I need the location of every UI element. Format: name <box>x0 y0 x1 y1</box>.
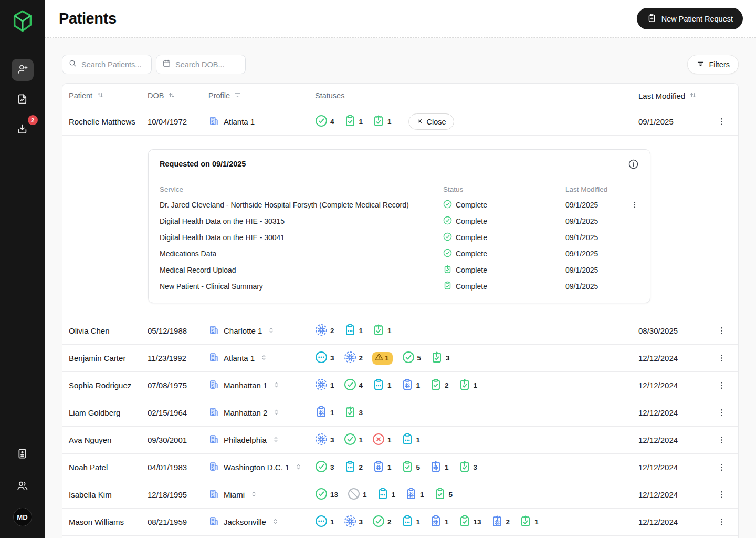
profile-label: Manhattan 2 <box>224 408 267 417</box>
service-status: Complete <box>443 216 565 226</box>
profile-selector-icon[interactable] <box>267 326 276 336</box>
service-name: Medical Record Upload <box>160 266 443 274</box>
service-menu-button[interactable] <box>629 199 640 211</box>
column-header-last-modified[interactable]: Last Modified <box>631 91 711 101</box>
profile-selector-icon[interactable] <box>249 490 258 500</box>
profile-cell[interactable]: Manhattan 1 <box>208 379 315 391</box>
close-label: Close <box>427 118 446 126</box>
status-count: 1 <box>392 491 396 499</box>
close-icon <box>416 118 423 126</box>
profile-cell[interactable]: Manhattan 2 <box>208 407 315 419</box>
status-count: 3 <box>474 463 478 471</box>
patient-row[interactable]: Olivia Chen 05/12/1988 Charlotte 1 211 0… <box>62 317 738 344</box>
status-item: 3 <box>315 351 334 365</box>
statuses-cell: 32153 <box>315 351 631 365</box>
check-circle-icon <box>443 232 452 243</box>
building-icon <box>208 352 219 364</box>
patient-row[interactable]: Isabella Kim 12/18/1995 Miami 131115 12/… <box>62 481 738 508</box>
table-body: Rochelle Matthews 10/04/1972 Atlanta 1 4… <box>62 108 738 538</box>
column-header-profile[interactable]: Profile <box>208 91 315 100</box>
row-menu-button[interactable] <box>714 378 729 393</box>
service-status: Complete <box>443 200 565 210</box>
check-circle-icon <box>344 433 356 447</box>
patient-row[interactable]: Ava Nguyen 09/30/2001 Philadelphia 3111 … <box>62 426 738 453</box>
column-header-dob[interactable]: DOB <box>148 91 208 101</box>
info-icon[interactable] <box>626 157 640 171</box>
status-item: 1 <box>372 378 392 392</box>
row-menu-button[interactable] <box>714 433 729 448</box>
gear-processing-icon <box>344 351 356 365</box>
user-avatar[interactable]: MD <box>13 508 32 526</box>
clipboard-gear-upload-icon <box>491 515 503 529</box>
app-logo[interactable] <box>10 9 35 33</box>
sidebar-item-downloads[interactable]: 2 <box>12 119 34 141</box>
status-count: 2 <box>359 354 363 362</box>
status-item: 2 <box>344 460 363 474</box>
row-menu-button[interactable] <box>714 406 729 420</box>
sidebar-item-team[interactable] <box>12 475 34 498</box>
row-menu-button[interactable] <box>714 460 729 475</box>
close-expanded-button[interactable]: Close <box>408 113 454 130</box>
profile-cell[interactable]: Jacksonville <box>208 516 315 528</box>
status-count: 2 <box>387 518 392 526</box>
patient-row[interactable]: Benjamin Carter 11/23/1992 Atlanta 1 321… <box>62 344 738 371</box>
row-menu-button[interactable] <box>714 351 729 366</box>
sidebar-item-reports[interactable] <box>12 89 34 111</box>
profile-cell[interactable]: Atlanta 1 <box>208 352 315 364</box>
expanded-request-section: Requested on 09/1/2025 Service Status La… <box>62 135 738 317</box>
search-patients-box <box>62 55 152 74</box>
profile-cell[interactable]: Washington D.C. 1 <box>208 461 315 473</box>
search-dob-box <box>156 55 246 74</box>
profile-selector-icon[interactable] <box>271 435 280 446</box>
profile-selector-icon[interactable] <box>272 408 281 418</box>
patient-row[interactable]: Sophia Rodriguez 07/08/1975 Manhattan 1 … <box>62 371 738 399</box>
service-row: Medical Record Upload Complete 09/1/2025 <box>160 262 639 278</box>
profile-cell[interactable]: Philadelphia <box>208 434 315 446</box>
row-menu-button[interactable] <box>714 324 729 338</box>
patient-dob: 12/18/1995 <box>148 490 208 499</box>
profile-selector-icon[interactable] <box>294 462 303 473</box>
building-icon <box>208 489 219 501</box>
patient-row[interactable]: Noah Patel 04/01/1983 Washington D.C. 1 … <box>62 453 738 481</box>
statuses-cell: 211 <box>315 324 631 338</box>
service-table-header: Service Status Last Modified <box>160 179 639 196</box>
row-menu-button[interactable] <box>714 515 729 530</box>
patient-dob: 07/08/1975 <box>148 381 208 390</box>
new-patient-request-button[interactable]: New Patient Request <box>637 8 743 29</box>
building-icon <box>208 407 219 419</box>
search-dob-input[interactable] <box>175 60 239 69</box>
service-row: Digital Health Data on the HIE - 30315 C… <box>160 213 639 229</box>
row-menu-button[interactable] <box>714 115 729 129</box>
last-modified: 12/12/2024 <box>631 463 711 472</box>
status-item: 1 <box>401 433 421 447</box>
patient-name: Liam Goldberg <box>69 408 148 417</box>
patient-dob: 10/04/1972 <box>148 117 208 126</box>
filter-icon <box>696 59 705 70</box>
search-patients-input[interactable] <box>81 60 145 69</box>
status-item: 1 <box>405 488 424 502</box>
status-item: 1 <box>372 433 392 447</box>
status-item: 1 <box>315 515 334 529</box>
status-item: 1 <box>344 433 363 447</box>
profile-cell[interactable]: Miami <box>208 489 315 501</box>
profile-selector-icon[interactable] <box>271 517 280 527</box>
patient-row-partial[interactable] <box>62 535 738 538</box>
profile-cell[interactable]: Charlotte 1 <box>208 325 315 337</box>
sidebar-item-patients[interactable] <box>12 59 34 81</box>
gear-processing-icon <box>315 433 328 447</box>
service-name: Digital Health Data on the HIE - 30041 <box>160 233 443 242</box>
row-menu-button[interactable] <box>714 488 729 502</box>
filters-button[interactable]: Filters <box>687 55 739 74</box>
profile-selector-icon[interactable] <box>272 380 281 391</box>
patient-row[interactable]: Liam Goldberg 02/15/1964 Manhattan 2 13 … <box>62 399 738 426</box>
profile-selector-icon[interactable] <box>259 353 268 364</box>
clipboard-gear-icon <box>405 488 417 502</box>
patient-row[interactable]: Mason Williams 08/21/1959 Jacksonville 1… <box>62 508 738 535</box>
sidebar-item-facilities[interactable] <box>12 443 34 465</box>
column-header-patient[interactable]: Patient <box>69 91 148 101</box>
status-count: 2 <box>330 327 334 335</box>
clipboard-dots-icon <box>344 324 356 338</box>
status-col-header: Status <box>443 185 565 193</box>
building-icon <box>208 116 219 128</box>
patient-row[interactable]: Rochelle Matthews 10/04/1972 Atlanta 1 4… <box>62 108 738 135</box>
